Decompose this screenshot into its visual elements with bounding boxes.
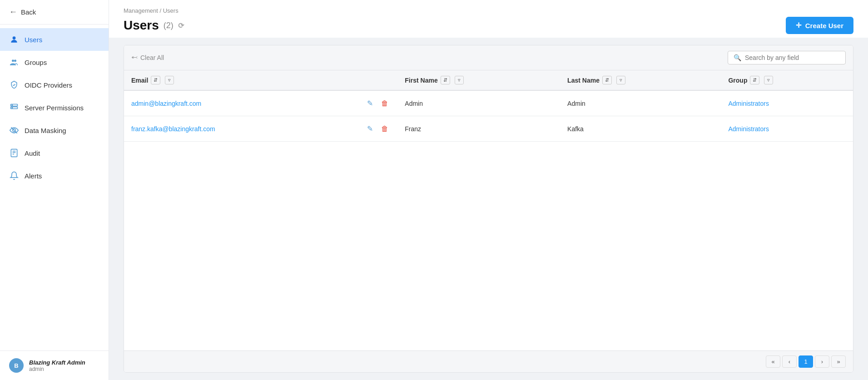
search-icon: 🔍: [734, 54, 741, 61]
row-actions: ✎ 🗑: [365, 97, 390, 109]
filter-lastname-button[interactable]: ▿: [616, 76, 625, 84]
email-link-1[interactable]: franz.kafka@blazingkraft.com: [131, 125, 215, 133]
sort-lastname-button[interactable]: ⇵: [602, 76, 612, 84]
back-label: Back: [21, 8, 36, 16]
table-header: Email ⇵ ▿ First Name ⇵ ▿: [124, 70, 853, 90]
user-count: (2): [164, 21, 174, 30]
sidebar-item-audit-label: Audit: [25, 149, 40, 157]
main-content: Management / Users Users (2) ⟳ ✛ Create …: [109, 0, 868, 380]
group-link-1[interactable]: Administrators: [728, 125, 769, 133]
sidebar-item-alerts[interactable]: Alerts: [0, 164, 109, 187]
breadcrumb: Management / Users: [124, 7, 853, 14]
svg-point-1: [12, 59, 14, 62]
users-table: Email ⇵ ▿ First Name ⇵ ▿: [124, 70, 853, 142]
col-email: Email ⇵ ▿: [124, 70, 397, 90]
first-name-cell: Admin: [397, 90, 560, 116]
user-icon: [9, 35, 19, 44]
sidebar-item-data-masking[interactable]: Data Masking: [0, 119, 109, 142]
pagination-next-button[interactable]: ›: [815, 355, 829, 368]
sort-group-button[interactable]: ⇵: [750, 76, 759, 84]
filter-clear-icon: ⬻: [131, 54, 138, 61]
last-name-cell: Kafka: [560, 116, 721, 142]
email-cell: franz.kafka@blazingkraft.com ✎ 🗑: [124, 116, 397, 142]
col-last-name: Last Name ⇵ ▿: [560, 70, 721, 90]
sidebar: ← Back Users Groups OIDC Providers: [0, 0, 109, 380]
sidebar-item-server-permissions[interactable]: Server Permissions: [0, 96, 109, 119]
table-wrapper: Email ⇵ ▿ First Name ⇵ ▿: [124, 70, 853, 350]
avatar: B: [9, 358, 24, 373]
group-link-0[interactable]: Administrators: [728, 100, 769, 107]
search-input[interactable]: [745, 54, 840, 61]
pagination-last-button[interactable]: »: [831, 355, 846, 368]
pagination-page-1-button[interactable]: 1: [799, 355, 813, 368]
table-row: admin@blazingkraft.com ✎ 🗑 AdminAdminAdm…: [124, 90, 853, 116]
sidebar-item-data-masking-label: Data Masking: [25, 127, 66, 134]
email-cell: admin@blazingkraft.com ✎ 🗑: [124, 90, 397, 116]
svg-point-0: [13, 36, 16, 39]
delete-user-button-1[interactable]: 🗑: [379, 123, 390, 135]
svg-point-8: [12, 108, 13, 109]
row-actions: ✎ 🗑: [365, 123, 390, 135]
svg-line-4: [14, 84, 15, 85]
footer-user-info: Blazing Kraft Admin admin: [29, 359, 85, 372]
sort-email-button[interactable]: ⇵: [151, 76, 160, 84]
back-arrow-icon: ←: [9, 7, 17, 17]
filter-group-button[interactable]: ▿: [764, 76, 773, 84]
sidebar-item-groups-label: Groups: [25, 59, 47, 66]
sidebar-item-server-permissions-label: Server Permissions: [25, 104, 84, 112]
sidebar-item-oidc[interactable]: OIDC Providers: [0, 74, 109, 96]
edit-user-button-0[interactable]: ✎: [365, 97, 375, 109]
footer-user-role: admin: [29, 366, 85, 372]
sidebar-item-oidc-label: OIDC Providers: [25, 81, 72, 89]
group-cell: Administrators: [721, 90, 853, 116]
page-title: Users (2) ⟳: [124, 18, 184, 33]
refresh-icon[interactable]: ⟳: [178, 21, 184, 30]
sidebar-nav: Users Groups OIDC Providers Server Permi…: [0, 25, 109, 350]
sidebar-item-users[interactable]: Users: [0, 28, 109, 51]
main-header: Management / Users Users (2) ⟳ ✛ Create …: [109, 0, 868, 38]
last-name-cell: Admin: [560, 90, 721, 116]
edit-user-button-1[interactable]: ✎: [365, 123, 375, 135]
table-row: franz.kafka@blazingkraft.com ✎ 🗑 FranzKa…: [124, 116, 853, 142]
search-box: 🔍: [728, 51, 846, 64]
create-user-button[interactable]: ✛ Create User: [786, 17, 853, 34]
pagination-bar: « ‹ 1 › »: [124, 350, 853, 372]
group-cell: Administrators: [721, 116, 853, 142]
sort-firstname-button[interactable]: ⇵: [441, 76, 450, 84]
filter-firstname-button[interactable]: ▿: [455, 76, 464, 84]
audit-icon: [9, 148, 19, 158]
plus-icon: ✛: [796, 21, 802, 30]
table-toolbar: ⬻ Clear All 🔍: [124, 45, 853, 70]
filter-email-button[interactable]: ▿: [165, 76, 174, 84]
sidebar-item-users-label: Users: [25, 36, 42, 44]
svg-point-2: [14, 59, 16, 62]
alerts-icon: [9, 171, 19, 181]
sidebar-item-alerts-label: Alerts: [25, 172, 42, 180]
delete-user-button-0[interactable]: 🗑: [379, 98, 390, 109]
clear-all-button[interactable]: ⬻ Clear All: [131, 54, 164, 61]
back-button[interactable]: ← Back: [0, 0, 109, 25]
pagination-first-button[interactable]: «: [766, 355, 780, 368]
page-title-row: Users (2) ⟳ ✛ Create User: [124, 17, 853, 34]
table-body: admin@blazingkraft.com ✎ 🗑 AdminAdminAdm…: [124, 90, 853, 142]
table-container: ⬻ Clear All 🔍 Email ⇵ ▿: [124, 45, 853, 373]
email-link-0[interactable]: admin@blazingkraft.com: [131, 100, 201, 107]
col-first-name: First Name ⇵ ▿: [397, 70, 560, 90]
server-perms-icon: [9, 103, 19, 113]
col-group: Group ⇵ ▿: [721, 70, 853, 90]
data-masking-icon: [9, 125, 19, 135]
footer-user-name: Blazing Kraft Admin: [29, 359, 85, 366]
svg-point-7: [12, 105, 13, 106]
groups-icon: [9, 57, 19, 67]
pagination-prev-button[interactable]: ‹: [782, 355, 797, 368]
oidc-icon: [9, 80, 19, 90]
sidebar-item-audit[interactable]: Audit: [0, 142, 109, 164]
sidebar-item-groups[interactable]: Groups: [0, 51, 109, 74]
first-name-cell: Franz: [397, 116, 560, 142]
sidebar-footer: B Blazing Kraft Admin admin: [0, 350, 109, 380]
